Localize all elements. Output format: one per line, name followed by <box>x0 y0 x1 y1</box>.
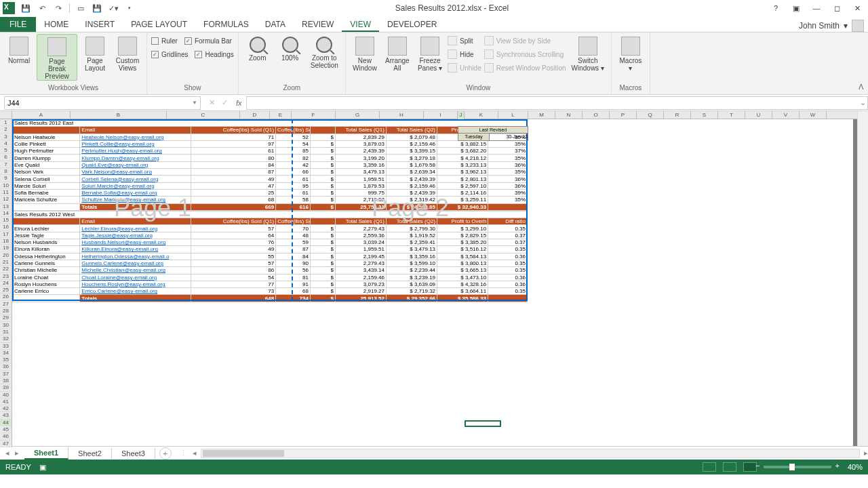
tab-data[interactable]: DATA <box>257 17 294 32</box>
row-header[interactable]: 12 <box>0 196 12 203</box>
name-box[interactable]: J44▼ <box>4 96 201 110</box>
spreadsheet-grid[interactable]: 1234567891011121314151617181920212223242… <box>0 111 868 446</box>
column-header[interactable]: E <box>270 111 292 119</box>
row-header[interactable]: 8 <box>0 168 12 175</box>
row-header[interactable]: 30 <box>0 322 12 329</box>
column-header[interactable]: K <box>465 111 498 119</box>
row-header[interactable]: 34 <box>0 350 12 357</box>
reset-window-button[interactable]: Reset Window Position <box>484 61 566 75</box>
column-header[interactable]: C <box>167 111 240 119</box>
column-header[interactable]: H <box>380 111 424 119</box>
save-as-icon[interactable]: 💾 <box>92 3 102 14</box>
selected-cell[interactable] <box>465 420 501 427</box>
row-header[interactable]: 22 <box>0 266 12 272</box>
row-header[interactable]: 35 <box>0 357 12 363</box>
page-break-preview-button[interactable]: Page BreakPreview <box>37 34 77 81</box>
row-header[interactable]: 11 <box>0 189 12 196</box>
formula-input[interactable] <box>246 96 859 110</box>
column-header[interactable]: S <box>691 111 718 119</box>
page-break-vertical[interactable] <box>292 119 293 301</box>
row-header[interactable]: 32 <box>0 336 12 342</box>
tab-view[interactable]: VIEW <box>342 17 379 32</box>
sync-scroll-button[interactable]: Synchronous Scrolling <box>484 47 566 61</box>
macros-button[interactable]: Macros▾ <box>616 34 646 72</box>
row-header[interactable]: 3 <box>0 134 12 140</box>
column-header[interactable]: R <box>664 111 691 119</box>
row-header[interactable]: 31 <box>0 329 12 336</box>
row-header[interactable]: 23 <box>0 273 12 280</box>
row-header[interactable]: 40 <box>0 392 12 399</box>
select-all-corner[interactable] <box>0 111 12 119</box>
row-header[interactable]: 10 <box>0 182 12 189</box>
row-header[interactable]: 7 <box>0 161 12 168</box>
row-header[interactable]: 4 <box>0 140 12 147</box>
row-header[interactable]: 42 <box>0 405 12 412</box>
tab-formulas[interactable]: FORMULAS <box>195 17 257 32</box>
row-header[interactable]: 9 <box>0 175 12 182</box>
row-header[interactable]: 28 <box>0 308 12 314</box>
row-header[interactable]: 2 <box>0 126 12 133</box>
unhide-button[interactable]: Unhide <box>448 61 481 75</box>
row-header[interactable]: 16 <box>0 224 12 230</box>
normal-view-button[interactable]: Normal <box>4 34 34 64</box>
zoom-to-selection-button[interactable]: Zoom toSelection <box>308 34 341 69</box>
sheet-tab-2[interactable]: Sheet2 <box>68 448 112 459</box>
row-header[interactable]: 19 <box>0 245 12 251</box>
row-header[interactable]: 45 <box>0 426 12 433</box>
zoom-100-button[interactable]: 100% <box>275 34 305 62</box>
row-header[interactable]: 26 <box>0 293 12 300</box>
row-header[interactable]: 1 <box>0 119 12 126</box>
column-header[interactable]: N <box>555 111 583 119</box>
side-by-side-button[interactable]: View Side by Side <box>484 34 566 47</box>
row-header[interactable]: 33 <box>0 343 12 350</box>
column-header[interactable]: J <box>458 111 465 119</box>
column-header[interactable]: Q <box>637 111 664 119</box>
arrange-all-button[interactable]: ArrangeAll <box>382 34 412 72</box>
column-header[interactable]: O <box>583 111 610 119</box>
horizontal-scrollbar[interactable] <box>201 449 860 458</box>
row-header[interactable]: 15 <box>0 217 12 224</box>
row-header[interactable]: 44 <box>0 420 12 426</box>
redo-icon[interactable]: ↷ <box>53 3 64 14</box>
column-header[interactable]: A <box>12 111 71 119</box>
column-header[interactable]: B <box>71 111 167 119</box>
cancel-formula-icon[interactable]: ✕ <box>209 98 215 107</box>
freeze-panes-button[interactable]: FreezePanes ▾ <box>415 34 445 72</box>
split-button[interactable]: Split <box>448 34 481 47</box>
column-header[interactable]: M <box>528 111 555 119</box>
column-header[interactable]: F <box>292 111 336 119</box>
data-table-west[interactable]: Sales Results 2012 WestEmailCoffee(lbs) … <box>12 211 528 302</box>
new-window-button[interactable]: NewWindow <box>350 34 380 72</box>
row-header[interactable]: 27 <box>0 301 12 308</box>
zoom-button[interactable]: Zoom <box>243 34 273 62</box>
column-header[interactable]: D <box>240 111 270 119</box>
close-icon[interactable]: ✕ <box>850 1 864 15</box>
row-header[interactable]: 29 <box>0 314 12 321</box>
cells-area[interactable]: Sales Results 2012 EastEmailCoffee(lbs) … <box>12 119 857 446</box>
row-header[interactable]: 21 <box>0 259 12 266</box>
data-table-east[interactable]: Sales Results 2012 EastEmailCoffee(lbs) … <box>12 119 528 211</box>
new-icon[interactable]: ▭ <box>75 3 86 14</box>
formula-bar-checkbox[interactable]: ✓Formula Bar <box>184 34 232 47</box>
expand-formula-icon[interactable]: ⌄ <box>859 96 868 110</box>
row-header[interactable]: 39 <box>0 384 12 391</box>
fx-icon[interactable]: fx <box>236 99 242 107</box>
minimize-icon[interactable]: — <box>810 1 823 15</box>
page-break-view-icon[interactable] <box>743 462 757 472</box>
row-header[interactable]: 25 <box>0 287 12 293</box>
custom-views-button[interactable]: CustomViews <box>113 34 142 72</box>
save-icon[interactable]: 💾 <box>20 3 31 14</box>
normal-view-icon[interactable] <box>703 462 716 472</box>
ruler-checkbox[interactable]: Ruler <box>151 34 178 47</box>
row-header[interactable]: 47 <box>0 441 12 447</box>
hide-button[interactable]: Hide <box>448 47 481 61</box>
column-header[interactable]: W <box>800 111 827 119</box>
add-sheet-button[interactable]: + <box>159 447 172 460</box>
zoom-level[interactable]: 40% <box>848 463 863 471</box>
undo-icon[interactable]: ↶ <box>37 3 47 14</box>
row-header[interactable]: 5 <box>0 147 12 154</box>
row-header[interactable]: 38 <box>0 378 12 384</box>
headings-checkbox[interactable]: ✓Headings <box>195 47 233 61</box>
row-header[interactable]: 14 <box>0 210 12 217</box>
sheet-next-icon[interactable]: ▸ <box>15 449 19 458</box>
